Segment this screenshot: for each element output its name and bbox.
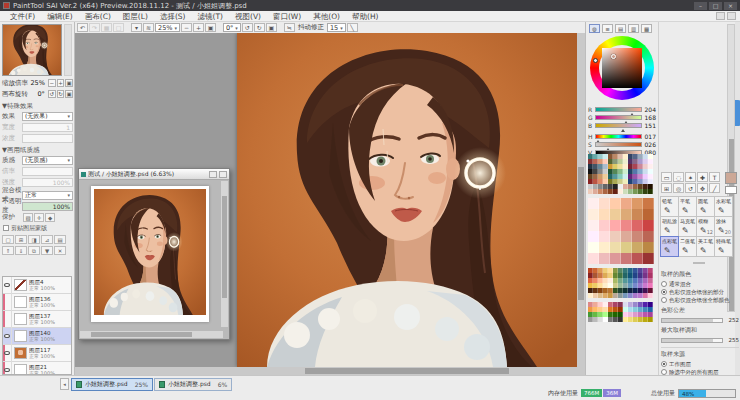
duplicate-layer-icon[interactable]: ⧉ xyxy=(28,246,40,255)
close-button[interactable]: × xyxy=(724,2,737,10)
swatch-cell[interactable] xyxy=(610,209,621,220)
rgb-slider-tab-icon[interactable]: ≡ xyxy=(602,24,613,33)
swatch-cell[interactable] xyxy=(632,220,643,231)
swatch-cell[interactable] xyxy=(599,220,610,231)
menu-item-3[interactable]: 图层(L) xyxy=(117,11,154,22)
rotate-ccw-icon[interactable]: ↺ xyxy=(242,23,253,32)
clear-layer-icon[interactable]: ⊿ xyxy=(41,235,53,244)
rotate-reset-icon[interactable]: ▣ xyxy=(266,23,277,32)
tab-scroll-icon[interactable]: ◂ xyxy=(60,378,69,390)
layer-visibility-toggle[interactable] xyxy=(3,345,12,362)
navigator-thumbnail[interactable] xyxy=(2,24,62,76)
float-horizontal-scrollbar[interactable] xyxy=(80,331,223,338)
swatch-cell[interactable] xyxy=(588,231,599,242)
move-layer-down-icon[interactable]: ⇓ xyxy=(15,246,27,255)
swatch-tab-icon[interactable]: ▦ xyxy=(641,24,652,33)
slider-track-b[interactable] xyxy=(595,123,642,128)
radio-icon[interactable] xyxy=(661,289,667,295)
swatch-cell[interactable] xyxy=(643,198,654,209)
canvas-horizontal-scrollbar[interactable] xyxy=(75,367,585,375)
nav-zoom-in-icon[interactable]: + xyxy=(57,79,65,87)
menu-item-1[interactable]: 编辑(E) xyxy=(41,11,79,22)
swatch-cell[interactable] xyxy=(610,220,621,231)
brush-水彩笔[interactable]: 水彩笔✎ xyxy=(714,196,733,217)
floating-view-window[interactable]: 测试 / 小姐姐调整.psd (6.63%) xyxy=(78,168,230,340)
brush-铅笔[interactable]: 铅笔✎ xyxy=(660,196,679,217)
slider-track[interactable] xyxy=(661,318,723,323)
color-tolerance-slider[interactable]: 252 xyxy=(661,316,739,324)
panel-toggle-icon[interactable] xyxy=(727,12,736,20)
swatch-cell[interactable] xyxy=(643,231,654,242)
layer-visibility-toggle[interactable] xyxy=(3,277,12,294)
zoom-combo[interactable]: 25%▾ xyxy=(155,23,180,32)
rotation-combo[interactable]: 0°▾ xyxy=(223,23,241,32)
panel-toggle-icon[interactable] xyxy=(716,12,725,20)
floating-canvas-page[interactable] xyxy=(91,186,209,322)
nav-rotate-ccw-icon[interactable]: ↺ xyxy=(48,90,56,98)
main-canvas-view[interactable] xyxy=(237,33,577,367)
protect-lock-icon[interactable]: ◆ xyxy=(45,213,55,222)
canvas-vertical-scrollbar[interactable] xyxy=(577,33,585,367)
undo-icon[interactable]: ↶ xyxy=(77,23,88,32)
brush-圆笔[interactable]: 圆笔✎ xyxy=(696,196,715,217)
menu-item-8[interactable]: 其他(O) xyxy=(307,11,346,22)
magic-wand-icon[interactable]: ✶ xyxy=(685,172,696,182)
brush-涂抹[interactable]: 涂抹✎20 xyxy=(714,216,733,237)
layer-visibility-toggle[interactable] xyxy=(3,328,12,345)
layer-row[interactable]: 图层140正常 100% xyxy=(3,328,71,345)
swatch-cell[interactable] xyxy=(588,209,599,220)
zoom-icon[interactable]: ◎ xyxy=(673,183,684,193)
maximize-button[interactable]: □ xyxy=(709,2,722,10)
secondary-color-swatch[interactable] xyxy=(725,186,737,194)
navigator-scrollbar[interactable] xyxy=(64,24,72,76)
swatch-cell[interactable] xyxy=(599,231,610,242)
zoom-in-icon[interactable]: + xyxy=(193,23,204,32)
clip-mask-checkbox[interactable] xyxy=(3,225,9,231)
swatch-cell[interactable] xyxy=(643,220,654,231)
swatch-cell[interactable] xyxy=(599,209,610,220)
effect-section-header[interactable]: ▼特殊效果 xyxy=(2,102,33,111)
protect-opacity-icon[interactable]: ▨ xyxy=(23,213,33,222)
brush-点彩笔[interactable]: 点彩笔✎ xyxy=(660,236,679,257)
text-icon[interactable]: T xyxy=(709,172,720,182)
swatch-cell[interactable] xyxy=(643,242,654,253)
merge-layer-icon[interactable]: ▼ xyxy=(41,246,53,255)
selection-icon[interactable]: ▦ xyxy=(101,23,112,32)
new-mask-icon[interactable]: ◨ xyxy=(28,235,40,244)
saturation-value-box[interactable] xyxy=(602,48,642,88)
effect-width-field[interactable]: 1 xyxy=(22,123,73,132)
sample-source-option[interactable]: 工作图层 xyxy=(661,360,739,368)
swatch-cell[interactable] xyxy=(588,220,599,231)
new-folder-icon[interactable]: ⊞ xyxy=(15,235,27,244)
slider-track[interactable] xyxy=(661,338,723,343)
nav-zoom-out-icon[interactable]: − xyxy=(48,79,56,87)
hsv-slider-tab-icon[interactable]: ▤ xyxy=(615,24,626,33)
menu-item-9[interactable]: 帮助(H) xyxy=(346,11,385,22)
current-color-swatch[interactable] xyxy=(725,172,737,184)
rotate-cw-icon[interactable]: ↻ xyxy=(254,23,265,32)
view-list-icon[interactable]: ≋ xyxy=(143,23,154,32)
swatch-cell[interactable] xyxy=(648,293,653,298)
swatch-cell[interactable] xyxy=(610,231,621,242)
swatch-cell[interactable] xyxy=(599,242,610,253)
texture-select[interactable]: (无质感)▾ xyxy=(22,156,73,165)
layer-visibility-toggle[interactable] xyxy=(3,362,12,376)
texture-section-header[interactable]: ▼画用纸质感 xyxy=(2,146,40,155)
brush-特殊笔[interactable]: 特殊笔✎ xyxy=(714,236,733,257)
layer-visibility-toggle[interactable] xyxy=(3,311,12,328)
transform-icon[interactable]: ⊞ xyxy=(661,183,672,193)
brush-胡乱涂[interactable]: 胡乱涂✎ xyxy=(660,216,679,237)
layer-row[interactable]: 图层4正常 100% xyxy=(3,277,71,294)
mixer-tab-icon[interactable]: ▥ xyxy=(628,24,639,33)
max-mix-slider[interactable]: 255 xyxy=(661,336,739,344)
pick-color-option[interactable]: 通常混合 xyxy=(661,280,739,288)
texture-strength-field[interactable]: 100% xyxy=(22,178,73,187)
menu-item-2[interactable]: 画布(C) xyxy=(79,11,117,22)
texture-scale-field[interactable] xyxy=(22,167,73,176)
document-tab[interactable]: 小姐姐调整.psd25% xyxy=(71,378,153,391)
brush-grid-resize-handle[interactable] xyxy=(693,262,705,264)
swatch-cell[interactable] xyxy=(610,198,621,209)
float-close-icon[interactable] xyxy=(219,171,227,178)
pick-color-option[interactable]: 色彩仅混合纸张的部分 xyxy=(661,288,739,296)
swatch-cell[interactable] xyxy=(610,253,621,264)
